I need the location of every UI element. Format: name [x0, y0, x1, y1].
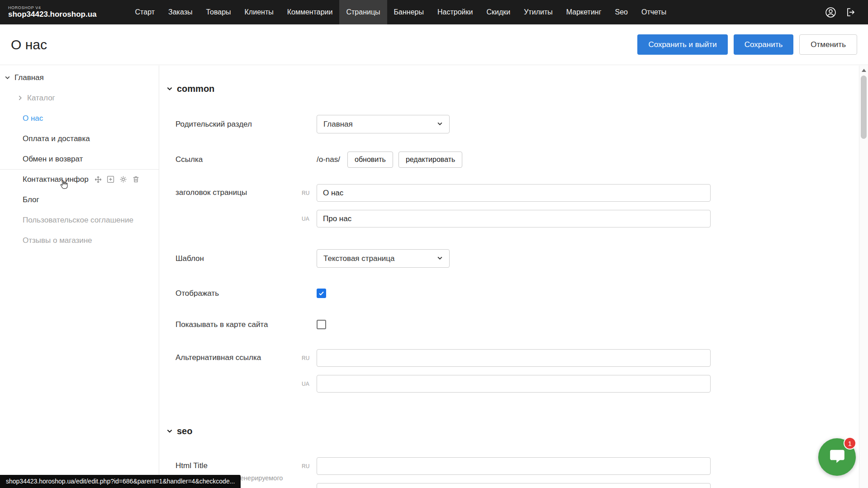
top-navbar: HOROSHOP V4 shop34423.horoshop.ua Старт … — [0, 0, 868, 24]
cursor-hand-icon — [58, 179, 70, 190]
pages-tree-sidebar: Главная Каталог О нас Оплата и доставка … — [0, 66, 159, 488]
lang-ua-badge: UA — [302, 216, 317, 222]
lang-ru-badge: RU — [302, 355, 317, 361]
sidebar-item-blog[interactable]: Блог — [0, 190, 159, 210]
user-account-icon[interactable] — [825, 6, 836, 18]
tree-item-label: Блог — [23, 195, 39, 204]
topbar-right-icons — [825, 6, 868, 18]
html-title-ua-input[interactable] — [317, 483, 711, 488]
chevron-down-icon — [166, 84, 173, 94]
field-label: Альтернативная ссылка — [175, 349, 317, 362]
settings-gear-icon[interactable] — [119, 175, 128, 184]
add-page-icon[interactable] — [107, 175, 115, 184]
trash-icon[interactable] — [132, 175, 140, 184]
chat-bubble-icon — [828, 447, 846, 467]
app-logo[interactable]: HOROSHOP V4 shop34423.horoshop.ua — [8, 5, 97, 19]
menu-item-marketing[interactable]: Маркетинг — [560, 0, 608, 24]
section-title: seo — [177, 426, 192, 436]
chat-notification-badge: 1 — [844, 437, 856, 450]
sidebar-item-home[interactable]: Главная — [0, 67, 159, 88]
page-title-inputs: RU UA — [317, 184, 711, 236]
menu-item-banners[interactable]: Баннеры — [387, 0, 431, 24]
page-title-row: заголовок страницы RU UA — [175, 184, 859, 236]
tree-item-label: Контактная инфор — [23, 175, 89, 184]
lang-ua-badge: UA — [302, 381, 317, 387]
sitemap-row: Показывать в карте сайта — [175, 320, 859, 329]
menu-item-discounts[interactable]: Скидки — [479, 0, 517, 24]
lang-ru-badge: RU — [302, 190, 317, 196]
link-update-button[interactable]: обновить — [347, 152, 393, 168]
page-title: О нас — [11, 37, 47, 52]
cancel-button[interactable]: Отменить — [799, 34, 857, 55]
menu-item-clients[interactable]: Клиенты — [238, 0, 280, 24]
menu-item-orders[interactable]: Заказы — [161, 0, 199, 24]
sidebar-item-user-agreement[interactable]: Пользовательское соглашение — [0, 210, 159, 230]
menu-item-comments[interactable]: Комментарии — [280, 0, 340, 24]
menu-item-utilities[interactable]: Утилиты — [517, 0, 560, 24]
chat-widget-button[interactable]: 1 — [818, 438, 856, 476]
save-and-exit-button[interactable]: Сохранить и выйти — [637, 34, 727, 55]
tree-item-label: Отзывы о магазине — [23, 236, 92, 245]
alt-link-ru-input[interactable] — [317, 349, 711, 367]
tree-item-label: Оплата и доставка — [23, 134, 90, 143]
tree-item-actions — [94, 175, 140, 184]
parent-section-select[interactable]: Главная — [317, 115, 450, 133]
field-label: Ссылка — [175, 155, 317, 164]
page-title-ru-input[interactable] — [317, 184, 711, 202]
menu-item-products[interactable]: Товары — [199, 0, 238, 24]
logo-domain-label: shop34423.horoshop.ua — [8, 10, 97, 19]
alt-link-ua-input[interactable] — [317, 375, 711, 393]
page-header: О нас Сохранить и выйти Сохранить Отмени… — [0, 24, 868, 65]
sidebar-item-payment-delivery[interactable]: Оплата и доставка — [0, 128, 159, 149]
save-button[interactable]: Сохранить — [734, 34, 793, 55]
template-select[interactable]: Текстовая страница — [317, 249, 450, 268]
html-title-ru-input[interactable] — [317, 457, 711, 475]
link-row: Ссылка /o-nas/ обновить редактировать — [175, 152, 859, 168]
menu-item-settings[interactable]: Настройки — [431, 0, 479, 24]
template-row: Шаблон Текстовая страница — [175, 249, 859, 268]
chevron-right-icon — [17, 95, 24, 101]
display-checkbox[interactable] — [317, 289, 326, 298]
select-value: Текстовая страница — [323, 254, 395, 263]
tree-item-label: Каталог — [27, 94, 55, 103]
page-title-ua-input[interactable] — [317, 210, 711, 227]
field-label: Показывать в карте сайта — [175, 320, 317, 329]
logo-version-label: HOROSHOP V4 — [8, 5, 97, 10]
sidebar-item-catalog[interactable]: Каталог — [0, 88, 159, 108]
scrollbar-thumb[interactable] — [861, 76, 867, 139]
vertical-scrollbar[interactable] — [859, 66, 868, 488]
menu-item-start[interactable]: Старт — [128, 0, 161, 24]
menu-item-reports[interactable]: Отчеты — [635, 0, 673, 24]
tree-item-label: Пользовательское соглашение — [23, 216, 133, 225]
field-label: Html Title — [175, 461, 317, 470]
section-common[interactable]: common — [166, 84, 859, 94]
field-label: Родительский раздел — [175, 120, 317, 129]
html-title-inputs: RU UA — [317, 457, 711, 488]
section-seo[interactable]: seo — [166, 426, 859, 436]
page-edit-form: common Родительский раздел Главная Ссылк… — [160, 66, 859, 488]
tree-item-label: Обмен и возврат — [23, 155, 83, 164]
menu-item-pages[interactable]: Страницы — [339, 0, 387, 24]
tree-item-label: О нас — [23, 114, 43, 123]
sidebar-item-about[interactable]: О нас — [0, 108, 159, 128]
select-value: Главная — [323, 120, 353, 129]
logout-icon[interactable] — [845, 6, 857, 18]
top-menu: Старт Заказы Товары Клиенты Комментарии … — [128, 0, 674, 24]
chevron-down-icon — [437, 254, 443, 263]
sitemap-checkbox[interactable] — [317, 320, 326, 329]
display-row: Отображать — [175, 289, 859, 298]
alt-link-row: Альтернативная ссылка RU UA — [175, 349, 859, 401]
menu-item-seo[interactable]: Seo — [608, 0, 635, 24]
sidebar-item-exchange-return[interactable]: Обмен и возврат — [0, 149, 159, 169]
move-icon[interactable] — [94, 175, 102, 184]
sidebar-item-contact-info[interactable]: Контактная инфор — [0, 169, 159, 190]
html-title-row: Html Title Полная замена title, генериру… — [175, 457, 859, 488]
link-edit-button[interactable]: редактировать — [398, 152, 462, 168]
section-title: common — [177, 84, 214, 94]
field-label: Шаблон — [175, 254, 317, 263]
header-buttons: Сохранить и выйти Сохранить Отменить — [637, 34, 857, 55]
chevron-down-icon — [437, 120, 443, 129]
sidebar-item-store-reviews[interactable]: Отзывы о магазине — [0, 230, 159, 251]
scroll-up-arrow-icon[interactable] — [862, 69, 866, 72]
chevron-down-icon — [166, 426, 173, 436]
